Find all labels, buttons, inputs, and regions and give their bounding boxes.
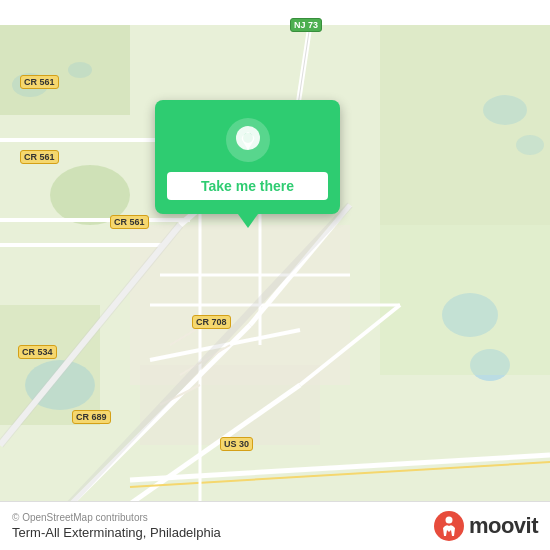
bottom-bar: © OpenStreetMap contributors Term-All Ex… [0,501,550,550]
copyright-text: © OpenStreetMap contributors [12,512,221,523]
map-container: CR 561 NJ 73 CR 561 CR 561 CR 708 CR 534… [0,0,550,550]
location-name: Term-All Exterminating, Philadelphia [12,525,221,540]
road-badge-cr689: CR 689 [72,410,111,424]
svg-rect-9 [380,25,550,225]
map-svg [0,0,550,550]
location-pin-icon [226,118,270,162]
moovit-icon [433,510,465,542]
road-badge-cr708: CR 708 [192,315,231,329]
popup-card: Take me there [155,100,340,214]
svg-rect-8 [0,25,130,115]
svg-point-42 [445,517,452,524]
svg-rect-11 [0,305,100,425]
road-badge-us30: US 30 [220,437,253,451]
road-badge-cr561-bot: CR 561 [110,215,149,229]
moovit-logo: moovit [433,510,538,542]
road-badge-nj73: NJ 73 [290,18,322,32]
moovit-brand-text: moovit [469,513,538,539]
bottom-left-info: © OpenStreetMap contributors Term-All Ex… [12,512,221,540]
take-me-there-button[interactable]: Take me there [167,172,328,200]
svg-rect-10 [380,225,550,375]
road-badge-cr561-top: CR 561 [20,75,59,89]
road-badge-cr534: CR 534 [18,345,57,359]
road-badge-cr561-mid: CR 561 [20,150,59,164]
